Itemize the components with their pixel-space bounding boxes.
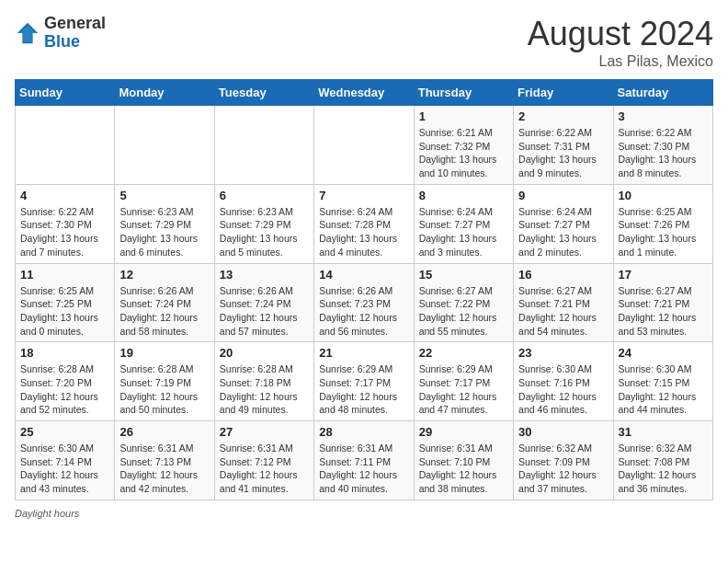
- day-info: Sunrise: 6:23 AM Sunset: 7:29 PM Dayligh…: [220, 205, 309, 259]
- day-number: 18: [20, 346, 109, 360]
- calendar-cell: 1Sunrise: 6:21 AM Sunset: 7:32 PM Daylig…: [414, 106, 513, 185]
- calendar-cell: 18Sunrise: 6:28 AM Sunset: 7:20 PM Dayli…: [16, 342, 115, 421]
- day-number: 30: [518, 425, 608, 439]
- day-number: 19: [119, 346, 209, 360]
- calendar-cell: 11Sunrise: 6:25 AM Sunset: 7:25 PM Dayli…: [16, 263, 115, 342]
- calendar-cell: 25Sunrise: 6:30 AM Sunset: 7:14 PM Dayli…: [16, 421, 115, 500]
- day-info: Sunrise: 6:30 AM Sunset: 7:15 PM Dayligh…: [619, 362, 708, 417]
- logo-icon: [15, 20, 40, 46]
- calendar-cell: 9Sunrise: 6:24 AM Sunset: 7:27 PM Daylig…: [514, 184, 613, 263]
- day-info: Sunrise: 6:31 AM Sunset: 7:13 PM Dayligh…: [119, 442, 209, 496]
- day-number: 11: [20, 268, 109, 282]
- calendar-week-1: 1Sunrise: 6:21 AM Sunset: 7:32 PM Daylig…: [16, 106, 713, 185]
- calendar-cell: 4Sunrise: 6:22 AM Sunset: 7:30 PM Daylig…: [16, 184, 115, 263]
- day-number: 29: [419, 425, 508, 439]
- calendar-cell: 3Sunrise: 6:22 AM Sunset: 7:30 PM Daylig…: [613, 106, 712, 185]
- day-info: Sunrise: 6:23 AM Sunset: 7:29 PM Dayligh…: [119, 205, 209, 259]
- calendar-cell: [16, 106, 115, 185]
- day-number: 20: [220, 346, 309, 360]
- calendar-cell: [115, 106, 214, 185]
- calendar-cell: 31Sunrise: 6:32 AM Sunset: 7:08 PM Dayli…: [613, 421, 712, 500]
- calendar-cell: 14Sunrise: 6:26 AM Sunset: 7:23 PM Dayli…: [314, 263, 414, 342]
- calendar-cell: 13Sunrise: 6:26 AM Sunset: 7:24 PM Dayli…: [214, 263, 313, 342]
- calendar-cell: 16Sunrise: 6:27 AM Sunset: 7:21 PM Dayli…: [514, 263, 613, 342]
- day-number: 27: [220, 425, 309, 439]
- col-saturday: Saturday: [613, 80, 712, 106]
- day-number: 1: [419, 109, 508, 123]
- day-info: Sunrise: 6:27 AM Sunset: 7:21 PM Dayligh…: [619, 284, 708, 339]
- day-info: Sunrise: 6:27 AM Sunset: 7:22 PM Dayligh…: [419, 284, 508, 339]
- day-info: Sunrise: 6:32 AM Sunset: 7:08 PM Dayligh…: [619, 442, 708, 496]
- day-number: 6: [220, 189, 309, 202]
- calendar-header: Sunday Monday Tuesday Wednesday Thursday…: [16, 80, 713, 106]
- day-info: Sunrise: 6:31 AM Sunset: 7:12 PM Dayligh…: [220, 442, 309, 496]
- logo-general: General: [44, 15, 106, 33]
- day-info: Sunrise: 6:24 AM Sunset: 7:27 PM Dayligh…: [518, 205, 608, 259]
- calendar-cell: 15Sunrise: 6:27 AM Sunset: 7:22 PM Dayli…: [414, 263, 513, 342]
- calendar-cell: 10Sunrise: 6:25 AM Sunset: 7:26 PM Dayli…: [613, 184, 712, 263]
- col-wednesday: Wednesday: [314, 80, 414, 106]
- day-info: Sunrise: 6:24 AM Sunset: 7:27 PM Dayligh…: [419, 205, 508, 259]
- day-info: Sunrise: 6:31 AM Sunset: 7:11 PM Dayligh…: [319, 442, 408, 496]
- day-info: Sunrise: 6:28 AM Sunset: 7:18 PM Dayligh…: [220, 362, 309, 417]
- footer: Daylight hours: [15, 508, 713, 519]
- calendar-week-3: 11Sunrise: 6:25 AM Sunset: 7:25 PM Dayli…: [16, 263, 713, 342]
- logo: General Blue: [15, 15, 106, 52]
- day-info: Sunrise: 6:29 AM Sunset: 7:17 PM Dayligh…: [419, 362, 508, 417]
- col-sunday: Sunday: [16, 80, 115, 106]
- calendar-table: Sunday Monday Tuesday Wednesday Thursday…: [15, 79, 713, 500]
- day-number: 28: [319, 425, 408, 439]
- calendar-cell: 22Sunrise: 6:29 AM Sunset: 7:17 PM Dayli…: [414, 342, 513, 421]
- day-info: Sunrise: 6:26 AM Sunset: 7:24 PM Dayligh…: [119, 284, 209, 339]
- calendar-cell: 28Sunrise: 6:31 AM Sunset: 7:11 PM Dayli…: [314, 421, 414, 500]
- day-info: Sunrise: 6:22 AM Sunset: 7:30 PM Dayligh…: [20, 205, 109, 259]
- day-number: 15: [419, 268, 508, 282]
- calendar-cell: 24Sunrise: 6:30 AM Sunset: 7:15 PM Dayli…: [613, 342, 712, 421]
- day-info: Sunrise: 6:26 AM Sunset: 7:23 PM Dayligh…: [319, 284, 408, 339]
- calendar-cell: 2Sunrise: 6:22 AM Sunset: 7:31 PM Daylig…: [514, 106, 613, 185]
- day-info: Sunrise: 6:30 AM Sunset: 7:14 PM Dayligh…: [20, 442, 109, 496]
- calendar-cell: [214, 106, 313, 185]
- page-header: General Blue August 2024 Las Pilas, Mexi…: [15, 15, 713, 70]
- day-number: 16: [518, 268, 608, 282]
- calendar-week-5: 25Sunrise: 6:30 AM Sunset: 7:14 PM Dayli…: [16, 421, 713, 500]
- day-info: Sunrise: 6:25 AM Sunset: 7:26 PM Dayligh…: [619, 205, 708, 259]
- logo-blue-text: Blue: [44, 33, 106, 52]
- calendar-cell: 20Sunrise: 6:28 AM Sunset: 7:18 PM Dayli…: [214, 342, 313, 421]
- calendar-cell: 19Sunrise: 6:28 AM Sunset: 7:19 PM Dayli…: [115, 342, 214, 421]
- calendar-cell: 12Sunrise: 6:26 AM Sunset: 7:24 PM Dayli…: [115, 263, 214, 342]
- day-number: 22: [419, 346, 508, 360]
- title-block: August 2024 Las Pilas, Mexico: [528, 15, 713, 70]
- col-thursday: Thursday: [414, 80, 513, 106]
- day-info: Sunrise: 6:29 AM Sunset: 7:17 PM Dayligh…: [319, 362, 408, 417]
- calendar-cell: 21Sunrise: 6:29 AM Sunset: 7:17 PM Dayli…: [314, 342, 414, 421]
- day-number: 2: [518, 109, 608, 123]
- day-number: 8: [419, 189, 508, 202]
- day-number: 12: [119, 268, 209, 282]
- day-info: Sunrise: 6:28 AM Sunset: 7:20 PM Dayligh…: [20, 362, 109, 417]
- calendar-cell: 27Sunrise: 6:31 AM Sunset: 7:12 PM Dayli…: [214, 421, 313, 500]
- day-info: Sunrise: 6:28 AM Sunset: 7:19 PM Dayligh…: [119, 362, 209, 417]
- location: Las Pilas, Mexico: [528, 53, 713, 70]
- day-number: 5: [119, 189, 209, 202]
- calendar-cell: 23Sunrise: 6:30 AM Sunset: 7:16 PM Dayli…: [514, 342, 613, 421]
- calendar-cell: 6Sunrise: 6:23 AM Sunset: 7:29 PM Daylig…: [214, 184, 313, 263]
- day-info: Sunrise: 6:26 AM Sunset: 7:24 PM Dayligh…: [220, 284, 309, 339]
- calendar-cell: 7Sunrise: 6:24 AM Sunset: 7:28 PM Daylig…: [314, 184, 414, 263]
- day-number: 7: [319, 189, 408, 202]
- calendar-cell: 5Sunrise: 6:23 AM Sunset: 7:29 PM Daylig…: [115, 184, 214, 263]
- calendar-cell: 30Sunrise: 6:32 AM Sunset: 7:09 PM Dayli…: [514, 421, 613, 500]
- day-number: 26: [119, 425, 209, 439]
- day-number: 13: [220, 268, 309, 282]
- col-monday: Monday: [115, 80, 214, 106]
- calendar-cell: 29Sunrise: 6:31 AM Sunset: 7:10 PM Dayli…: [414, 421, 513, 500]
- day-number: 10: [619, 189, 708, 202]
- calendar-cell: [314, 106, 414, 185]
- day-header-row: Sunday Monday Tuesday Wednesday Thursday…: [16, 80, 713, 106]
- calendar-week-2: 4Sunrise: 6:22 AM Sunset: 7:30 PM Daylig…: [16, 184, 713, 263]
- day-info: Sunrise: 6:27 AM Sunset: 7:21 PM Dayligh…: [518, 284, 608, 339]
- day-info: Sunrise: 6:21 AM Sunset: 7:32 PM Dayligh…: [419, 126, 508, 180]
- day-number: 3: [619, 109, 708, 123]
- day-info: Sunrise: 6:25 AM Sunset: 7:25 PM Dayligh…: [20, 284, 109, 339]
- day-number: 17: [619, 268, 708, 282]
